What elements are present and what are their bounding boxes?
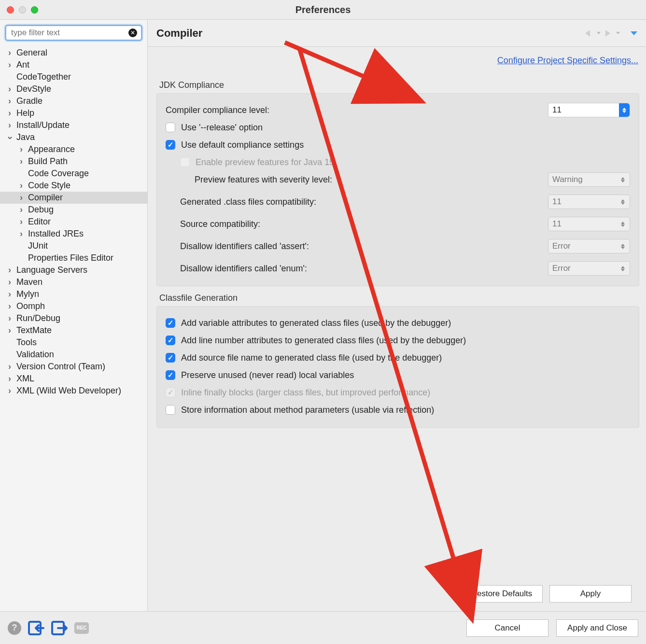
tree-item[interactable]: DevStyle [0,83,147,95]
expand-icon[interactable] [17,181,25,191]
project-settings-link[interactable]: Configure Project Specific Settings... [497,56,638,65]
tree-item[interactable]: CodeTogether [0,71,147,83]
tree-item[interactable]: Validation [0,349,147,361]
expand-icon[interactable] [6,265,14,275]
var-attr-checkbox[interactable] [166,318,175,328]
compliance-level-label: Compiler compliance level: [166,105,548,115]
expand-icon[interactable] [6,289,14,299]
tree-item-label: XML (Wild Web Developer) [16,386,121,396]
tree-item-label: Mylyn [16,289,39,299]
source-compat-select: 11 [548,217,630,231]
tree-item[interactable]: Install/Update [0,119,147,131]
jdk-group-label: JDK Compliance [159,80,639,90]
titlebar: Preferences [0,0,646,19]
tree-item[interactable]: Mylyn [0,288,147,300]
tree-item[interactable]: Help [0,107,147,119]
expand-icon[interactable] [6,313,14,323]
expand-icon[interactable] [6,325,14,336]
tree-item[interactable]: Language Servers [0,264,147,276]
tree-item-label: Build Path [28,156,68,167]
tree-item[interactable]: Ant [0,59,147,71]
tree-item[interactable]: Java [0,131,147,143]
store-params-checkbox[interactable] [166,405,175,415]
expand-icon[interactable] [17,217,25,227]
tree-item-label: Validation [16,350,54,360]
compliance-level-select[interactable]: 11 [548,103,630,117]
tree-item[interactable]: Code Coverage [0,168,147,180]
tree-item[interactable]: Run/Debug [0,312,147,324]
export-icon[interactable] [51,621,68,635]
severity-value: Warning [552,175,583,184]
import-icon[interactable] [28,621,44,635]
forward-menu-icon[interactable] [616,32,620,34]
expand-icon[interactable] [6,84,14,94]
tree-item[interactable]: XML [0,373,147,385]
back-menu-icon[interactable] [597,32,601,34]
expand-icon[interactable] [6,301,14,311]
release-option-label: Use '--release' option [181,123,263,133]
tree-item-label: Ant [16,60,29,70]
line-attr-checkbox[interactable] [166,336,175,345]
expand-icon[interactable] [6,48,14,58]
expand-icon[interactable] [6,132,14,143]
tree-item[interactable]: TextMate [0,324,147,336]
tree-item[interactable]: Version Control (Team) [0,361,147,373]
preserve-unused-checkbox[interactable] [166,370,175,380]
default-compliance-label: Use default compliance settings [181,140,304,150]
tree-item-label: Code Style [28,181,70,191]
expand-icon[interactable] [17,144,25,154]
expand-icon[interactable] [6,374,14,384]
tree-item[interactable]: Installed JREs [0,228,147,240]
default-compliance-checkbox[interactable] [166,140,175,150]
expand-icon[interactable] [6,386,14,396]
tree-item-label: Properties Files Editor [28,253,113,263]
preferences-tree[interactable]: GeneralAntCodeTogetherDevStyleGradleHelp… [0,45,147,611]
expand-icon[interactable] [17,193,25,203]
record-icon[interactable]: REC [74,622,89,634]
clear-filter-icon[interactable]: ✕ [128,28,137,37]
help-icon[interactable]: ? [8,621,21,635]
tree-item-label: Debug [28,205,54,215]
tree-item[interactable]: Compiler [0,192,147,204]
tree-item-label: Oomph [16,301,45,311]
expand-icon[interactable] [17,229,25,239]
var-attr-label: Add variable attributes to generated cla… [181,318,451,328]
expand-icon[interactable] [6,277,14,287]
jdk-group: Compiler compliance level: 11 Use '--rel… [156,93,639,286]
expand-icon[interactable] [6,60,14,70]
tree-item[interactable]: Debug [0,204,147,216]
tree-item[interactable]: JUnit [0,240,147,252]
tree-item-label: Installed JREs [28,229,84,239]
expand-icon[interactable] [6,108,14,118]
filter-input[interactable] [10,28,128,38]
expand-icon[interactable] [6,120,14,130]
expand-icon[interactable] [17,205,25,215]
tree-item[interactable]: Build Path [0,155,147,168]
view-menu-icon[interactable] [631,31,637,35]
tree-item[interactable]: Properties Files Editor [0,252,147,264]
forward-icon[interactable] [603,29,613,38]
tree-item[interactable]: Maven [0,276,147,288]
tree-item[interactable]: Oomph [0,300,147,312]
cancel-button[interactable]: Cancel [466,619,548,637]
expand-icon[interactable] [17,156,25,167]
tree-item[interactable]: Editor [0,216,147,228]
tree-item[interactable]: Appearance [0,143,147,155]
restore-defaults-button[interactable]: Restore Defaults [461,585,543,602]
tree-item[interactable]: Gradle [0,95,147,107]
header-nav-icons [583,29,637,38]
expand-icon[interactable] [6,96,14,106]
tree-item-label: Version Control (Team) [16,362,105,372]
tree-item[interactable]: General [0,47,147,59]
back-icon[interactable] [583,29,594,38]
apply-and-close-button[interactable]: Apply and Close [556,619,638,637]
tree-item[interactable]: Tools [0,336,147,349]
filter-input-wrap[interactable]: ✕ [5,25,142,41]
source-attr-checkbox[interactable] [166,353,175,363]
apply-button[interactable]: Apply [549,585,632,602]
release-option-checkbox[interactable] [166,123,175,132]
inline-finally-label: Inline finally blocks (larger class file… [181,388,430,398]
expand-icon[interactable] [6,362,14,372]
tree-item[interactable]: Code Style [0,180,147,192]
tree-item[interactable]: XML (Wild Web Developer) [0,385,147,397]
